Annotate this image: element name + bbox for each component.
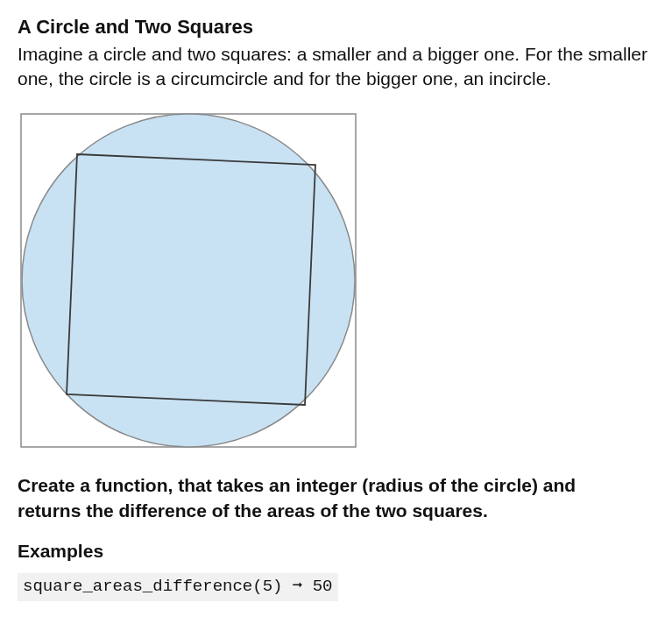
- example-code-line: square_areas_difference(5) ➞ 50: [18, 573, 338, 601]
- instruction-paragraph: Create a function, that takes an integer…: [18, 473, 631, 523]
- figure-circle-two-squares: [18, 110, 654, 450]
- examples-heading: Examples: [18, 539, 654, 564]
- intro-paragraph: Imagine a circle and two squares: a smal…: [18, 42, 648, 92]
- page-title: A Circle and Two Squares: [18, 14, 654, 40]
- geometry-diagram: [18, 110, 359, 450]
